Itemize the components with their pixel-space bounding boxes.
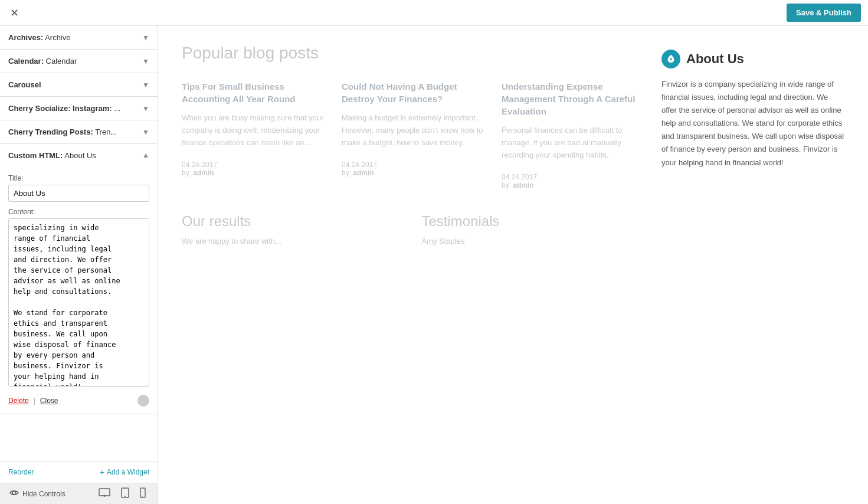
chevron-down-icon: ▼ bbox=[142, 128, 149, 136]
about-us-widget: About Us Finvizor is a company specializ… bbox=[661, 50, 844, 169]
desktop-view-button[interactable] bbox=[96, 486, 113, 502]
plus-icon: + bbox=[100, 467, 104, 477]
widget-carousel: carousel ▼ bbox=[0, 73, 158, 97]
blog-post-1-author: admin bbox=[193, 169, 214, 177]
main-layout: Archives: Archive ▼ Calendar: Calendar ▼… bbox=[0, 26, 868, 504]
blog-post-3: Understanding Expense Management Through… bbox=[502, 80, 644, 189]
chevron-down-icon: ▼ bbox=[142, 34, 149, 42]
about-us-header: About Us bbox=[661, 50, 844, 68]
close-link[interactable]: Close bbox=[40, 397, 58, 405]
svg-point-0 bbox=[12, 491, 16, 495]
blog-post-2-meta: 04.24.2017 by: admin bbox=[342, 161, 484, 177]
blog-post-3-title: Understanding Expense Management Through… bbox=[502, 80, 644, 117]
svg-point-5 bbox=[125, 496, 126, 497]
blog-post-2-author: admin bbox=[353, 169, 374, 177]
blog-post-3-meta: 04.24.2017 by: admin bbox=[502, 173, 644, 189]
about-us-text: Finvizor is a company specializing in wi… bbox=[661, 78, 844, 169]
widget-cherry-trending-title: Cherry Trending Posts: Tren... bbox=[8, 127, 117, 136]
preview-sidebar-right: About Us Finvizor is a company specializ… bbox=[661, 44, 844, 486]
view-buttons bbox=[96, 486, 148, 502]
chevron-down-icon: ▼ bbox=[142, 57, 149, 66]
blog-post-2: Could Not Having A Budget Destroy Your F… bbox=[342, 80, 484, 189]
testimonials-text: Amy Staples bbox=[422, 237, 644, 246]
blog-post-1: Tips For Small Business Accounting All Y… bbox=[182, 80, 324, 189]
chevron-down-icon: ▼ bbox=[142, 81, 149, 89]
widget-cherry-trending-header[interactable]: Cherry Trending Posts: Tren... ▼ bbox=[0, 120, 158, 143]
widget-archives-header[interactable]: Archives: Archive ▼ bbox=[0, 26, 158, 49]
about-us-title: About Us bbox=[686, 51, 744, 67]
widget-cherry-socialize-title: Cherry Socialize: Instagram: ... bbox=[8, 104, 120, 113]
widget-cherry-socialize-header[interactable]: Cherry Socialize: Instagram: ... ▼ bbox=[0, 97, 158, 120]
widget-carousel-title: carousel bbox=[8, 80, 41, 89]
widget-archives-title: Archives: Archive bbox=[8, 33, 71, 42]
title-input[interactable] bbox=[8, 185, 149, 202]
chevron-down-icon: ▼ bbox=[142, 104, 149, 113]
blog-post-3-author: admin bbox=[513, 181, 533, 189]
widget-custom-html-title: Custom HTML: About Us bbox=[8, 151, 96, 160]
sidebar-footer: Reorder + Add a Widget bbox=[0, 461, 158, 483]
blog-post-1-date: 04.24.2017 bbox=[182, 161, 217, 169]
hide-controls-button[interactable]: Hide Controls bbox=[9, 488, 65, 499]
save-publish-button[interactable]: Save & Publish bbox=[787, 4, 861, 22]
blog-posts-grid: Tips For Small Business Accounting All Y… bbox=[182, 80, 644, 189]
widget-custom-html-header[interactable]: Custom HTML: About Us ▼ bbox=[0, 144, 158, 167]
blog-post-1-meta: 04.24.2017 by: admin bbox=[182, 161, 324, 177]
widget-calendar-title: Calendar: Calendar bbox=[8, 57, 77, 66]
top-bar: ✕ Save & Publish bbox=[0, 0, 868, 26]
sidebar: Archives: Archive ▼ Calendar: Calendar ▼… bbox=[0, 26, 158, 504]
svg-rect-1 bbox=[99, 489, 110, 496]
widget-custom-html: Custom HTML: About Us ▼ Title: Content: … bbox=[0, 144, 158, 414]
blog-post-2-title: Could Not Having A Budget Destroy Your F… bbox=[342, 80, 484, 105]
widget-carousel-header[interactable]: carousel ▼ bbox=[0, 73, 158, 96]
blog-post-1-excerpt: When you are busy making sure that your … bbox=[182, 112, 324, 149]
widget-calendar-header[interactable]: Calendar: Calendar ▼ bbox=[0, 50, 158, 73]
close-button[interactable]: ✕ bbox=[7, 6, 21, 20]
our-results-section: Our results We are happy to share with..… bbox=[182, 213, 404, 246]
mobile-view-button[interactable] bbox=[137, 486, 148, 502]
widget-actions: Delete | Close bbox=[8, 395, 149, 407]
content-textarea[interactable]: specializing in wide range of financial … bbox=[8, 218, 149, 387]
reorder-button[interactable]: Reorder bbox=[8, 468, 34, 476]
title-label: Title: bbox=[8, 174, 149, 182]
chevron-up-icon: ▼ bbox=[142, 152, 149, 160]
bottom-sections: Our results We are happy to share with..… bbox=[182, 213, 644, 246]
about-us-icon bbox=[661, 50, 680, 68]
our-results-text: We are happy to share with... bbox=[182, 237, 404, 246]
delete-link[interactable]: Delete bbox=[8, 397, 29, 405]
widget-actions-links: Delete | Close bbox=[8, 397, 58, 405]
blog-post-3-excerpt: Personal finances can be difficult to ma… bbox=[502, 125, 644, 161]
widget-archives: Archives: Archive ▼ bbox=[0, 26, 158, 50]
blog-section-title: Popular blog posts bbox=[182, 44, 644, 63]
our-results-title: Our results bbox=[182, 213, 404, 230]
bottom-bar: Hide Controls bbox=[0, 483, 158, 504]
preview-main: Popular blog posts Tips For Small Busine… bbox=[182, 44, 644, 486]
blog-post-2-excerpt: Making a budget is extremely important. … bbox=[342, 112, 484, 149]
tablet-view-button[interactable] bbox=[119, 486, 132, 502]
blog-post-1-title: Tips For Small Business Accounting All Y… bbox=[182, 80, 324, 105]
drag-handle[interactable] bbox=[137, 395, 149, 407]
widget-cherry-trending: Cherry Trending Posts: Tren... ▼ bbox=[0, 120, 158, 144]
preview-area[interactable]: Popular blog posts Tips For Small Busine… bbox=[158, 26, 868, 504]
top-bar-left: ✕ bbox=[7, 6, 21, 20]
blog-post-3-date: 04.24.2017 bbox=[502, 173, 537, 181]
svg-point-8 bbox=[670, 58, 672, 60]
widget-calendar: Calendar: Calendar ▼ bbox=[0, 50, 158, 73]
separator: | bbox=[34, 397, 35, 405]
content-label: Content: bbox=[8, 208, 149, 216]
add-widget-button[interactable]: + Add a Widget bbox=[100, 467, 149, 477]
testimonials-title: Testimonials bbox=[422, 213, 644, 230]
sidebar-scroll[interactable]: Archives: Archive ▼ Calendar: Calendar ▼… bbox=[0, 26, 158, 461]
eye-icon bbox=[9, 488, 19, 499]
widget-cherry-socialize: Cherry Socialize: Instagram: ... ▼ bbox=[0, 97, 158, 120]
blog-post-2-date: 04.24.2017 bbox=[342, 161, 377, 169]
widget-custom-html-body: Title: Content: specializing in wide ran… bbox=[0, 167, 158, 414]
svg-point-7 bbox=[142, 496, 143, 497]
testimonials-section: Testimonials Amy Staples bbox=[422, 213, 644, 246]
